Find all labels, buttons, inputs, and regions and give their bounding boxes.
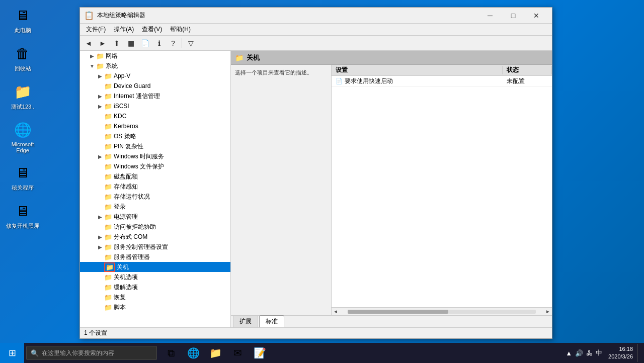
search-placeholder-text: 在这里输入你要搜索的内容 (42, 349, 114, 357)
desktop-icon-this-pc[interactable]: 🖥 此电脑 (5, 5, 40, 34)
close-button[interactable]: ✕ (525, 8, 548, 24)
file-explorer-icon: 📁 (209, 347, 222, 359)
tray-lang[interactable]: 中 (596, 348, 602, 357)
window-titlebar: 📋 本地组策略编辑器 ─ □ ✕ (80, 8, 552, 24)
tree-item-pin[interactable]: 📁 PIN 复杂性 (80, 141, 230, 151)
scroll-track[interactable] (348, 310, 536, 314)
help-btn[interactable]: ? (167, 37, 180, 49)
tree-item-network[interactable]: ▶ 📁 网络 (80, 51, 230, 61)
desktop-icon-restore-screen[interactable]: 🖥 修复开机黑屏 (5, 201, 40, 230)
tab-standard[interactable]: 标准 (259, 315, 284, 327)
table-body: 📄 要求使用快速启动 未配置 (332, 76, 552, 307)
desktop-icons: 🖥 此电脑 🗑 回收站 📁 测试123.. 🌐 Microsoft Edge 🖥… (5, 5, 40, 230)
tree-item-script[interactable]: 📁 脚本 (80, 302, 230, 312)
windows-icon: ⊞ (9, 347, 16, 358)
right-panel-title: 关机 (247, 53, 260, 62)
export-btn[interactable]: 📄 (138, 37, 151, 49)
forward-button[interactable]: ► (96, 37, 109, 49)
menubar: 文件(F) 操作(A) 查看(V) 帮助(H) (80, 24, 552, 36)
tree-item-access-denied[interactable]: 📁 访问被拒绝协助 (80, 222, 230, 232)
tree-item-power[interactable]: ▶ 📁 电源管理 (80, 212, 230, 222)
toolbar: ◄ ► ⬆ ▦ 📄 ℹ ? ▽ (80, 36, 552, 51)
edge-icon: 🌐 (13, 120, 33, 140)
show-hide-btn[interactable]: ▦ (124, 37, 137, 49)
right-panel-header: 📁 关机 (231, 51, 552, 65)
minimize-button[interactable]: ─ (478, 8, 502, 24)
tree-item-shutdown[interactable]: 📁 关机 (80, 262, 230, 272)
menu-file[interactable]: 文件(F) (82, 24, 110, 35)
taskbar-notepad[interactable]: 📝 (250, 344, 270, 362)
tree-item-system[interactable]: ▼ 📁 系统 (80, 61, 230, 71)
tray-network[interactable]: 🖧 (586, 349, 593, 357)
clock-time: 16:18 (608, 345, 633, 353)
tree-item-os-policy[interactable]: 📁 OS 策略 (80, 131, 230, 141)
desktop: 🖥 此电脑 🗑 回收站 📁 测试123.. 🌐 Microsoft Edge 🖥… (0, 0, 644, 363)
main-window: 📋 本地组策略编辑器 ─ □ ✕ 文件(F) 操作(A) 查看(V) 帮助(H)… (79, 7, 552, 339)
tree-item-device-guard[interactable]: 📁 Device Guard (80, 81, 230, 91)
tab-expand[interactable]: 扩展 (233, 315, 258, 327)
table-cell-status: 未配置 (503, 77, 552, 85)
tree-item-storage-status[interactable]: 📁 存储运行状况 (80, 192, 230, 202)
taskbar-edge[interactable]: 🌐 (183, 344, 203, 362)
back-button[interactable]: ◄ (82, 37, 95, 49)
taskbar-right: ▲ 🔊 🖧 中 16:18 2020/3/26 (566, 344, 644, 362)
tray-arrow[interactable]: ▲ (566, 349, 572, 357)
setting-name: 要求使用快速启动 (345, 77, 393, 85)
edge-label: Microsoft Edge (5, 141, 40, 153)
menu-view[interactable]: 查看(V) (138, 24, 166, 35)
desktop-icon-secretary[interactable]: 🖥 秘关程序 (5, 162, 40, 192)
test-folder-label: 测试123.. (11, 103, 34, 111)
tree-item-win-file[interactable]: 📁 Windows 文件保护 (80, 161, 230, 171)
taskbar-file-explorer[interactable]: 📁 (205, 344, 225, 362)
tree-item-win-time[interactable]: ▶ 📁 Windows 时间服务 (80, 151, 230, 161)
task-view-icon: ⧉ (168, 347, 175, 359)
scroll-left-arrow[interactable]: ◄ (332, 308, 340, 316)
folder-header-icon: 📁 (235, 54, 244, 62)
taskbar-search-box[interactable]: 🔍 在这里输入你要搜索的内容 (26, 346, 157, 360)
menu-help[interactable]: 帮助(H) (166, 24, 195, 35)
tree-item-service-mgr[interactable]: 📁 服务器管理器 (80, 252, 230, 262)
scroll-right-arrow[interactable]: ► (544, 308, 552, 316)
table-header-status: 状态 (503, 66, 552, 74)
tree-item-disk-quota[interactable]: 📁 磁盘配额 (80, 171, 230, 182)
tree-item-iscsi[interactable]: ▶ 📁 iSCSI (80, 101, 230, 111)
filter-btn[interactable]: ▽ (184, 37, 197, 49)
table-row[interactable]: 📄 要求使用快速启动 未配置 (332, 76, 552, 87)
start-button[interactable]: ⊞ (0, 343, 24, 363)
desktop-icon-test-folder[interactable]: 📁 测试123.. (5, 81, 40, 111)
tree-item-debug-options[interactable]: 📁 缓解选项 (80, 282, 230, 292)
tray-speaker[interactable]: 🔊 (575, 349, 583, 357)
taskbar: ⊞ 🔍 在这里输入你要搜索的内容 ⧉ 🌐 📁 ✉ 📝 (0, 343, 644, 363)
taskbar-task-view[interactable]: ⧉ (161, 344, 181, 362)
main-content: ▶ 📁 网络 ▼ 📁 系统 ▶ 📁 App-V (80, 51, 552, 327)
recycle-bin-label: 回收站 (15, 65, 31, 72)
tree-item-service-ctrl[interactable]: ▶ 📁 服务控制管理器设置 (80, 242, 230, 252)
tree-item-dist-com[interactable]: ▶ 📁 分布式 COM (80, 232, 230, 242)
system-clock[interactable]: 16:18 2020/3/26 (608, 345, 633, 361)
tree-item-storage-sense[interactable]: 📁 存储感知 (80, 182, 230, 192)
horizontal-scrollbar[interactable]: ◄ ► (332, 307, 552, 315)
tree-item-kdc[interactable]: 📁 KDC (80, 111, 230, 121)
test-folder-icon: 📁 (13, 81, 33, 102)
right-description: 选择一个项目来查看它的描述。 (231, 65, 332, 315)
notepad-icon: 📝 (254, 347, 266, 359)
table-header-setting: 设置 (332, 66, 503, 74)
tree-item-appv[interactable]: ▶ 📁 App-V (80, 71, 230, 81)
scroll-thumb[interactable] (348, 310, 448, 314)
toolbar-separator (182, 38, 182, 48)
taskbar-mail[interactable]: ✉ (227, 344, 248, 362)
tree-item-internet-comm[interactable]: ▶ 📁 Internet 通信管理 (80, 91, 230, 101)
menu-action[interactable]: 操作(A) (110, 24, 138, 35)
search-icon: 🔍 (31, 349, 39, 357)
up-button[interactable]: ⬆ (110, 37, 123, 49)
show-desktop-button[interactable] (637, 344, 640, 362)
tree-item-kerberos[interactable]: 📁 Kerberos (80, 121, 230, 131)
tree-item-login[interactable]: 📁 登录 (80, 202, 230, 212)
mail-icon: ✉ (233, 347, 242, 359)
maximize-button[interactable]: □ (502, 8, 525, 24)
tree-item-shutdown-options[interactable]: 📁 关机选项 (80, 272, 230, 282)
tree-item-restore[interactable]: 📁 恢复 (80, 292, 230, 302)
properties-btn[interactable]: ℹ (152, 37, 166, 49)
desktop-icon-edge[interactable]: 🌐 Microsoft Edge (5, 120, 40, 153)
desktop-icon-recycle-bin[interactable]: 🗑 回收站 (5, 43, 40, 72)
